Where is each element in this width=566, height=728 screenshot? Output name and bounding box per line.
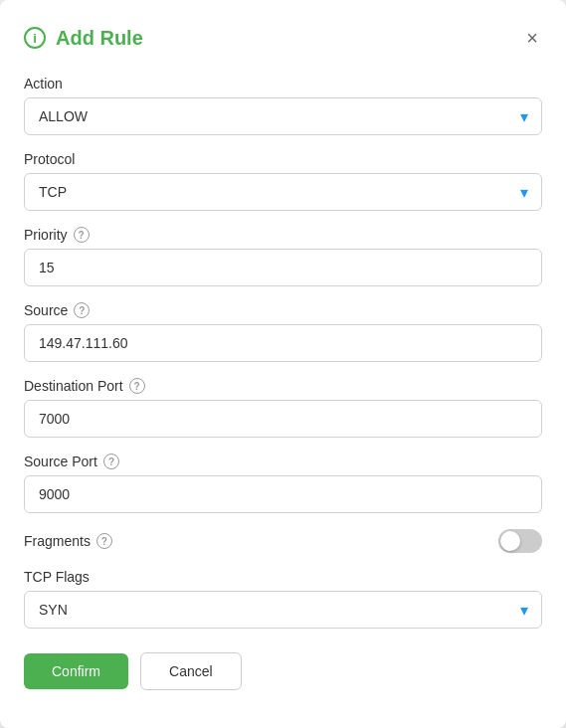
tcp-flags-select[interactable]: SYNACKFINRSTPSHURG [24,591,542,629]
fragments-help-icon[interactable]: ? [96,533,112,549]
tcp-flags-group: TCP Flags SYNACKFINRSTPSHURG ▾ [24,569,542,629]
source-port-label: Source Port ? [24,454,542,469]
priority-input[interactable] [24,249,542,286]
destination-port-input[interactable] [24,400,542,438]
action-group: Action ALLOWDENYDROP ▾ [24,76,542,135]
add-rule-modal: i Add Rule × Action ALLOWDENYDROP ▾ Prot… [0,0,566,728]
fragments-label: Fragments ? [24,533,112,549]
cancel-button[interactable]: Cancel [140,652,242,690]
protocol-group: Protocol TCPUDPICMPANY ▾ [24,151,542,211]
fragments-toggle[interactable] [498,529,542,553]
modal-title: Add Rule [56,27,143,50]
button-row: Confirm Cancel [24,652,542,690]
priority-group: Priority ? [24,227,542,286]
protocol-select-wrapper: TCPUDPICMPANY ▾ [24,173,542,211]
tcp-flags-select-wrapper: SYNACKFINRSTPSHURG ▾ [24,591,542,629]
action-label: Action [24,76,542,91]
priority-label: Priority ? [24,227,542,243]
source-input[interactable] [24,324,542,362]
source-port-input[interactable] [24,475,542,513]
confirm-button[interactable]: Confirm [24,653,128,689]
title-group: i Add Rule [24,27,143,50]
action-select-wrapper: ALLOWDENYDROP ▾ [24,97,542,135]
source-group: Source ? [24,302,542,362]
source-help-icon[interactable]: ? [74,302,90,318]
source-port-help-icon[interactable]: ? [103,454,119,469]
destination-port-help-icon[interactable]: ? [129,378,145,394]
source-label: Source ? [24,302,542,318]
close-button[interactable]: × [522,24,542,52]
tcp-flags-label: TCP Flags [24,569,542,585]
protocol-label: Protocol [24,151,542,167]
priority-help-icon[interactable]: ? [74,227,90,243]
action-select[interactable]: ALLOWDENYDROP [24,97,542,135]
fragments-row: Fragments ? [24,529,542,553]
destination-port-label: Destination Port ? [24,378,542,394]
destination-port-group: Destination Port ? [24,378,542,438]
protocol-select[interactable]: TCPUDPICMPANY [24,173,542,211]
modal-header: i Add Rule × [24,24,542,52]
source-port-group: Source Port ? [24,454,542,513]
info-icon: i [24,27,46,49]
